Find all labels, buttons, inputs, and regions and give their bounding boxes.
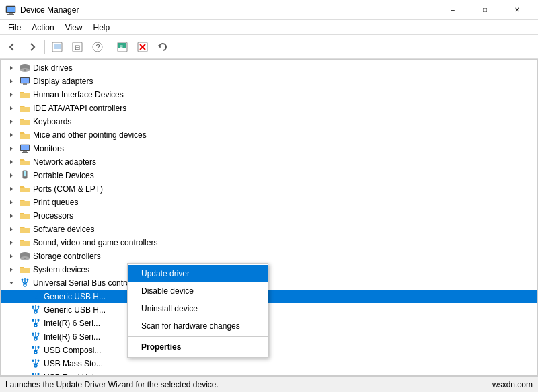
tree-item-usb-root1[interactable]: USB Root Hub... [1,370,537,376]
device-label: Disk drives [33,63,73,73]
menu-action[interactable]: Action [26,20,59,35]
menu-view[interactable]: View [60,20,88,35]
tree-item-software[interactable]: Software devices [1,223,537,236]
toolbar-back[interactable] [3,38,22,56]
toolbar-help[interactable]: ? [88,38,107,56]
expand-icon [6,76,17,87]
svg-point-69 [38,346,40,348]
tree-item-keyboards[interactable]: Keyboards [1,115,537,128]
device-label: Storage controllers [33,251,101,261]
menu-file[interactable]: File [3,20,26,35]
svg-marker-44 [10,227,13,231]
svg-rect-25 [23,83,27,85]
maximize-button[interactable]: □ [469,0,500,20]
svg-marker-29 [10,120,13,124]
tree-item-usb-intel2[interactable]: Intel(R) 6 Seri... [1,330,537,344]
svg-marker-37 [10,173,13,178]
device-label: Processors [33,211,73,221]
svg-text:🖥: 🖥 [119,44,124,49]
svg-marker-51 [10,268,13,272]
expand-icon [17,345,28,356]
toolbar-forward[interactable] [23,38,42,56]
tree-item-mice[interactable]: Mice and other pointing devices [1,128,537,142]
tree-item-usb-generic2[interactable]: Generic USB H... [1,303,537,317]
tree-item-usb[interactable]: Universal Serial Bus controllers [1,276,537,290]
tree-item-usb-intel1[interactable]: Intel(R) 6 Seri... [1,317,537,330]
close-button[interactable]: ✕ [502,0,533,20]
device-icon [20,237,30,248]
device-label: Monitors [33,144,64,153]
tree-item-display-adapters[interactable]: Display adapters [1,75,537,88]
tree-item-hid[interactable]: Human Interface Devices [1,88,537,102]
expand-icon [17,331,28,342]
svg-marker-31 [10,147,13,151]
svg-rect-2 [9,13,13,14]
svg-text:⊟: ⊟ [75,44,80,51]
svg-point-57 [38,292,40,295]
expand-icon [6,157,17,167]
toolbar-properties[interactable] [48,38,67,56]
toolbar-uninstall[interactable] [133,38,152,56]
tree-item-network[interactable]: Network adapters [1,155,537,169]
svg-point-21 [24,69,26,71]
context-menu-item-disable-device[interactable]: Disable device [128,282,268,300]
svg-point-54 [27,279,29,281]
tree-item-monitors[interactable]: Monitors [1,142,537,155]
svg-point-59 [32,306,34,308]
device-label: Intel(R) 6 Seri... [44,319,100,328]
svg-text:?: ? [96,43,100,51]
tree-item-usb-generic1[interactable]: Generic USB H... [1,290,537,303]
device-icon [20,264,30,275]
device-label: Print queues [33,198,78,207]
expand-icon [6,251,17,262]
tree-item-system[interactable]: System devices [1,263,537,276]
device-icon [30,318,41,329]
toolbar: ⊟ ? 🖥 [0,35,538,59]
tree-item-ide[interactable]: IDE ATA/ATAPI controllers [1,102,537,115]
device-icon [20,224,30,235]
window-controls: – □ ✕ [437,0,533,20]
device-icon [30,291,41,302]
tree-item-portable[interactable]: Portable Devices [1,169,537,182]
context-menu-item-uninstall-device[interactable]: Uninstall device [128,300,268,317]
tree-item-ports[interactable]: Ports (COM & LPT) [1,182,537,196]
tree-item-usb-mass[interactable]: USB Mass Sto... [1,357,537,370]
tree-item-storage[interactable]: Storage controllers [1,249,537,263]
toolbar-refresh[interactable] [153,38,172,56]
status-corner: wsxdn.com [492,380,533,389]
status-bar: Launches the Update Driver Wizard for th… [0,376,538,392]
svg-marker-27 [10,93,13,97]
device-manager-tree[interactable]: Disk drives Display adapters Human Inter… [0,59,538,376]
context-menu-item-properties[interactable]: Properties [128,338,268,356]
context-menu-item-update-driver[interactable]: Update driver [128,265,268,282]
expand-icon [6,224,17,235]
device-label: Human Interface Devices [33,90,124,100]
menu-help[interactable]: Help [88,20,116,35]
device-icon [20,157,30,167]
svg-marker-28 [10,106,13,110]
device-label: USB Root Hub... [44,373,104,376]
toolbar-scan[interactable]: ⊟ [68,38,87,56]
tree-item-processors[interactable]: Processors [1,209,537,223]
app-icon [5,5,16,15]
tree-item-print[interactable]: Print queues [1,196,537,209]
device-label: IDE ATA/ATAPI controllers [33,104,126,113]
title-bar: Device Manager – □ ✕ [0,0,538,20]
expand-icon [6,237,17,248]
tree-item-sound[interactable]: Sound, video and game controllers [1,236,537,249]
minimize-button[interactable]: – [437,0,468,20]
device-icon [20,170,30,181]
expand-icon [6,143,17,154]
device-icon [20,76,30,87]
context-menu-separator [128,336,268,337]
svg-marker-45 [10,241,13,245]
toolbar-update-driver[interactable]: 🖥 [113,38,132,56]
context-menu-item-scan-hardware[interactable]: Scan for hardware changes [128,317,268,335]
device-icon [30,331,41,342]
expand-icon [17,318,28,329]
tree-item-disk-drives[interactable]: Disk drives [1,61,537,75]
svg-rect-34 [23,151,27,152]
tree-item-usb-composite[interactable]: USB Composi... [1,344,537,357]
svg-point-71 [32,360,34,362]
expand-icon [6,130,17,141]
